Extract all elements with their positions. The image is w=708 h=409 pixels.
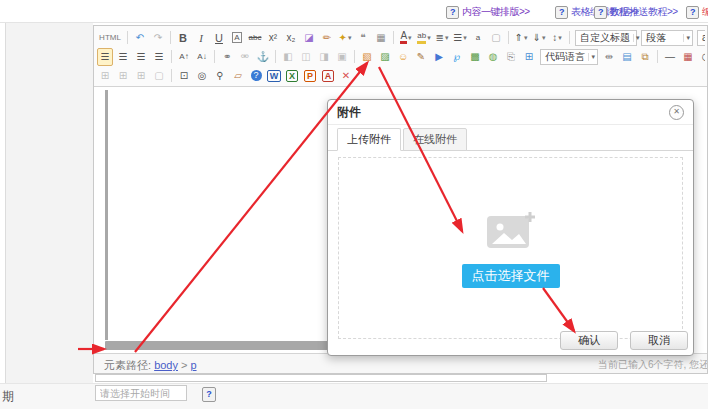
help-icon: ?: [446, 6, 459, 19]
horizontal-rule-icon[interactable]: —: [662, 48, 678, 66]
paragraph-format-value: 段落: [646, 31, 666, 45]
clear-doc-icon[interactable]: ✕: [338, 67, 354, 85]
toolbar-row-1: HTML↶↷BIUAabcx²x₂◪✏✦▾❝▦A▾ab▾≣▾☰▾a▢⇑▾⇓▾↕▾…: [96, 28, 705, 47]
path-link-p[interactable]: p: [190, 359, 196, 371]
code-language-select[interactable]: 代码语言▾: [540, 49, 598, 65]
toolbar-separator: [508, 31, 509, 44]
header-links: ?内容一键排版>>?表格编辑教程>>?数据推送教程>>?编辑: [0, 0, 708, 22]
attachment-dialog: 附件 ✕ 上传附件 在线附件 点击选择文件 确认 取消: [327, 99, 694, 356]
partial-input-field[interactable]: [95, 374, 547, 382]
line-height-icon[interactable]: ↕▾: [549, 29, 565, 47]
template-icon[interactable]: ▤: [619, 48, 635, 66]
toolbar-separator: [171, 50, 172, 63]
emotion-icon[interactable]: ☺: [395, 48, 411, 66]
path-separator: >: [181, 359, 187, 371]
header-link[interactable]: ?编辑: [686, 5, 708, 19]
help-icon: ?: [686, 6, 699, 19]
screenshot-icon[interactable]: ⧉: [637, 48, 653, 66]
format-eraser-icon[interactable]: ◪: [301, 29, 317, 47]
confirm-button[interactable]: 确认: [560, 331, 618, 350]
subscript-icon[interactable]: x₂: [283, 29, 299, 47]
toolbar-separator: [354, 50, 355, 63]
attachment-icon[interactable]: ℘: [449, 48, 465, 66]
vertical-scrollbar[interactable]: [105, 90, 108, 340]
insert-frame-icon[interactable]: ▦: [373, 29, 389, 47]
unlink-icon: ⚮: [237, 48, 253, 66]
tab-online-attachment[interactable]: 在线附件: [403, 128, 467, 151]
doc-template-icon: ▢: [151, 67, 167, 85]
insert-date-icon[interactable]: ▦: [680, 48, 696, 66]
tab-upload-attachment[interactable]: 上传附件: [337, 128, 401, 151]
auto-typeset-icon[interactable]: ✦▾: [337, 29, 353, 47]
font-size-up-icon[interactable]: A↑: [176, 48, 192, 66]
unordered-list-icon[interactable]: ☰▾: [452, 29, 468, 47]
custom-title-select[interactable]: 自定义标题▾: [575, 30, 637, 46]
help-icon[interactable]: ?: [248, 67, 264, 85]
upload-drop-zone[interactable]: 点击选择文件: [338, 157, 683, 339]
ppt-import-icon[interactable]: P: [302, 67, 318, 85]
toolbar-separator: [393, 31, 394, 44]
background-color-icon[interactable]: ab▾: [416, 29, 432, 47]
insert-link-icon[interactable]: ⚭: [219, 48, 235, 66]
font-color-icon[interactable]: A▾: [398, 29, 414, 47]
header-link[interactable]: ?数据推送教程>>: [594, 5, 678, 19]
strikethrough-icon[interactable]: abc: [247, 29, 263, 47]
close-icon[interactable]: ✕: [669, 105, 684, 120]
insert-time-icon[interactable]: ◷: [698, 48, 705, 66]
google-map-icon[interactable]: ◍: [485, 48, 501, 66]
insert-video-icon[interactable]: ▶: [431, 48, 447, 66]
font-size-down-icon[interactable]: A↓: [194, 48, 210, 66]
blockquote-icon[interactable]: ❝: [355, 29, 371, 47]
insert-iframe-icon[interactable]: ⎘: [503, 48, 519, 66]
dialog-footer: 确认 取消: [560, 331, 688, 350]
page-break-icon[interactable]: ⇹: [601, 48, 617, 66]
align-right-icon[interactable]: ☰: [133, 48, 149, 66]
chevron-down-icon: ▾: [683, 34, 690, 42]
font-family-select[interactable]: arial▾: [697, 30, 705, 46]
cancel-button[interactable]: 取消: [630, 331, 688, 350]
dialog-title: 附件: [337, 104, 361, 121]
align-left-icon[interactable]: ☰: [97, 48, 113, 66]
paste-plain-icon[interactable]: ▱: [230, 67, 246, 85]
bold-icon[interactable]: B: [175, 29, 191, 47]
image-placeholder-icon: [484, 208, 538, 252]
font-border-icon[interactable]: A: [229, 29, 245, 47]
source-code-icon[interactable]: HTML: [97, 29, 123, 47]
image-manager-icon[interactable]: ▨: [377, 48, 393, 66]
paragraph-format-select[interactable]: 段落▾: [641, 30, 693, 46]
path-link-body[interactable]: body: [154, 359, 178, 371]
anchor-icon[interactable]: ⚓: [255, 48, 271, 66]
superscript-icon[interactable]: x²: [265, 29, 281, 47]
ordered-list-icon[interactable]: ≣▾: [434, 29, 450, 47]
print-icon[interactable]: ⊡: [176, 67, 192, 85]
format-painter-icon[interactable]: ✏: [319, 29, 335, 47]
align-center-icon[interactable]: ☰: [115, 48, 131, 66]
toolbar-separator: [171, 69, 172, 82]
toolbar-separator: [275, 50, 276, 63]
word-count: 当前已输入6个字符, 您还可以输入9994个字符: [598, 358, 708, 372]
baidu-app-icon[interactable]: ⊞: [521, 48, 537, 66]
scrawl-icon[interactable]: ✎: [413, 48, 429, 66]
redo-icon[interactable]: ↷: [150, 29, 166, 47]
start-time-input[interactable]: [95, 385, 187, 401]
blank-doc-icon[interactable]: ▢: [488, 29, 504, 47]
paragraph-space-top-icon[interactable]: ⇑▾: [513, 29, 529, 47]
excel-import-icon[interactable]: X: [284, 67, 300, 85]
font-family-value: arial: [702, 32, 705, 43]
paragraph-space-bottom-icon[interactable]: ⇓▾: [531, 29, 547, 47]
underline-icon[interactable]: U: [211, 29, 227, 47]
preview-icon[interactable]: ◎: [194, 67, 210, 85]
insert-map-icon[interactable]: ▩: [467, 48, 483, 66]
pdf-import-icon[interactable]: A: [320, 67, 336, 85]
undo-icon[interactable]: ↶: [132, 29, 148, 47]
italic-icon[interactable]: I: [193, 29, 209, 47]
insert-image-icon[interactable]: ▧: [359, 48, 375, 66]
first-line-indent-icon[interactable]: a: [470, 29, 486, 47]
toolbar-separator: [214, 50, 215, 63]
field-help-icon[interactable]: ?: [202, 387, 216, 402]
select-file-button[interactable]: 点击选择文件: [462, 264, 560, 288]
word-import-icon[interactable]: W: [266, 67, 282, 85]
header-link[interactable]: ?内容一键排版>>: [446, 5, 530, 19]
align-justify-icon[interactable]: ☰: [151, 48, 167, 66]
search-replace-icon[interactable]: ⚲: [212, 67, 228, 85]
